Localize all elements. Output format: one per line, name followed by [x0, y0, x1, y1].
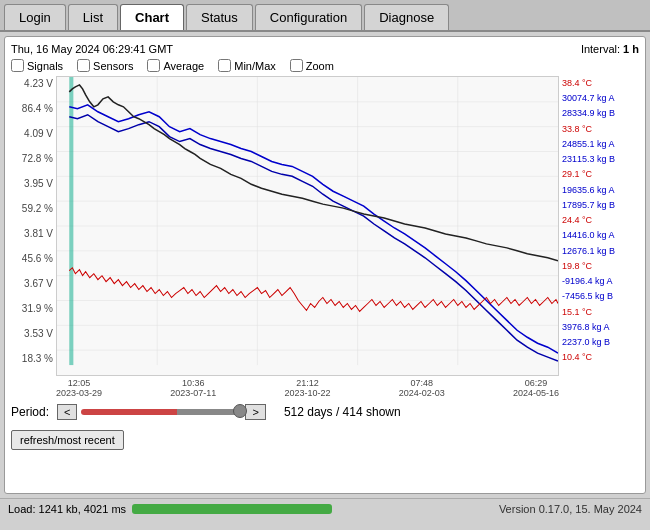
y-right-kg-a-5: -9196.4 kg A [562, 276, 639, 288]
signals-checkbox-label[interactable]: Signals [11, 59, 63, 72]
load-value: 1241 kb, 4021 ms [39, 503, 126, 515]
x-label-3: 07:48 2024-02-03 [399, 378, 445, 398]
y-left-9: 31.9 % [11, 303, 53, 314]
y-right-kg-a-3: 19635.6 kg A [562, 185, 639, 197]
y-right-kg-b-2: 23115.3 kg B [562, 154, 639, 166]
y-left-10: 3.53 V [11, 328, 53, 339]
chart-header: Thu, 16 May 2024 06:29:41 GMT Interval: … [11, 43, 639, 55]
sensors-checkbox[interactable] [77, 59, 90, 72]
sensors-checkbox-label[interactable]: Sensors [77, 59, 133, 72]
x-label-0: 12:05 2023-03-29 [56, 378, 102, 398]
average-checkbox-label[interactable]: Average [147, 59, 204, 72]
tab-login[interactable]: Login [4, 4, 66, 30]
signals-checkbox[interactable] [11, 59, 24, 72]
period-info: 512 days / 414 shown [284, 405, 401, 419]
minmax-checkbox[interactable] [218, 59, 231, 72]
y-left-0: 4.23 V [11, 78, 53, 89]
tab-status[interactable]: Status [186, 4, 253, 30]
x-label-4: 06:29 2024-05-16 [513, 378, 559, 398]
footer: Load: 1241 kb, 4021 ms Version 0.17.0, 1… [0, 498, 650, 519]
y-right-kg-b-1: 28334.9 kg B [562, 108, 639, 120]
load-label: Load: [8, 503, 36, 515]
y-left-6: 3.81 V [11, 228, 53, 239]
y-left-1: 86.4 % [11, 103, 53, 114]
tab-diagnose[interactable]: Diagnose [364, 4, 449, 30]
y-left-8: 3.67 V [11, 278, 53, 289]
y-right-temp-6: 15.1 °C [562, 307, 639, 319]
period-label: Period: [11, 405, 49, 419]
y-left-11: 18.3 % [11, 353, 53, 364]
y-right-temp-2: 33.8 °C [562, 124, 639, 136]
chart-area: 4.23 V 86.4 % 4.09 V 72.8 % 3.95 V 59.2 … [11, 76, 639, 376]
y-right-temp-3: 29.1 °C [562, 169, 639, 181]
y-right-temp-5: 19.8 °C [562, 261, 639, 273]
period-slider-container: < > [57, 404, 266, 420]
y-right-kg-a-6: 3976.8 kg A [562, 322, 639, 334]
x-axis: 12:05 2023-03-29 10:36 2023-07-11 21:12 … [56, 376, 559, 398]
y-right-kg-a-1: 30074.7 kg A [562, 93, 639, 105]
load-bar [132, 504, 332, 514]
y-right-kg-b-6: 2237.0 kg B [562, 337, 639, 349]
y-left-3: 72.8 % [11, 153, 53, 164]
y-right-temp-4: 24.4 °C [562, 215, 639, 227]
interval-label: Interval: 1 h [581, 43, 639, 55]
chart-options: Signals Sensors Average Min/Max Zoom [11, 59, 639, 72]
y-left-4: 3.95 V [11, 178, 53, 189]
main-content: Thu, 16 May 2024 06:29:41 GMT Interval: … [4, 36, 646, 494]
y-right-kg-b-4: 12676.1 kg B [562, 246, 639, 258]
tab-list[interactable]: List [68, 4, 118, 30]
x-label-2: 21:12 2023-10-22 [284, 378, 330, 398]
footer-left: Load: 1241 kb, 4021 ms [8, 503, 332, 515]
period-prev-button[interactable]: < [57, 404, 77, 420]
tab-chart[interactable]: Chart [120, 4, 184, 30]
y-left-2: 4.09 V [11, 128, 53, 139]
zoom-checkbox-label[interactable]: Zoom [290, 59, 334, 72]
tab-bar: Login List Chart Status Configuration Di… [0, 0, 650, 32]
minmax-checkbox-label[interactable]: Min/Max [218, 59, 276, 72]
zoom-checkbox[interactable] [290, 59, 303, 72]
period-row: Period: < > 512 days / 414 shown [11, 404, 639, 420]
datetime-label: Thu, 16 May 2024 06:29:41 GMT [11, 43, 173, 55]
period-next-button[interactable]: > [245, 404, 265, 420]
x-label-1: 10:36 2023-07-11 [170, 378, 216, 398]
y-right-temp-7: 10.4 °C [562, 352, 639, 364]
y-right-kg-b-5: -7456.5 kg B [562, 291, 639, 303]
y-axis-left: 4.23 V 86.4 % 4.09 V 72.8 % 3.95 V 59.2 … [11, 76, 56, 376]
version-label: Version 0.17.0, 15. May 2024 [499, 503, 642, 515]
y-right-kg-a-4: 14416.0 kg A [562, 230, 639, 242]
chart-svg [57, 77, 558, 375]
y-axis-right: 38.4 °C 30074.7 kg A 28334.9 kg B 33.8 °… [559, 76, 639, 376]
y-right-kg-a-2: 24855.1 kg A [562, 139, 639, 151]
tab-configuration[interactable]: Configuration [255, 4, 362, 30]
y-right-temp-1: 38.4 °C [562, 78, 639, 90]
chart-plot[interactable] [56, 76, 559, 376]
y-left-5: 59.2 % [11, 203, 53, 214]
y-right-kg-b-3: 17895.7 kg B [562, 200, 639, 212]
svg-rect-15 [69, 77, 73, 365]
period-track[interactable] [81, 409, 241, 415]
average-checkbox[interactable] [147, 59, 160, 72]
refresh-button[interactable]: refresh/most recent [11, 430, 124, 450]
y-left-7: 45.6 % [11, 253, 53, 264]
